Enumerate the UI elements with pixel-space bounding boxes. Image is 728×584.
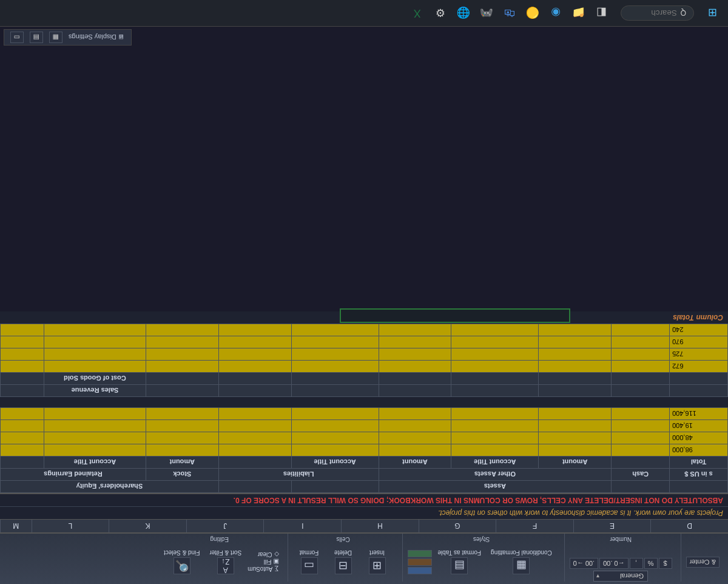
stock-hdr: Stock [146,469,218,481]
cell-val[interactable]: 48,000 [670,432,728,444]
conditional-formatting-button[interactable]: ▦ Conditional Formatting [487,549,556,576]
acct-title-hdr-3: Account Title [44,457,146,469]
taskbar-app-excel[interactable]: X [407,3,428,24]
number-label: Number [570,535,672,543]
table-row[interactable]: 725 [1,348,728,361]
taskbar-app-chrome[interactable]: 🟡 [522,3,543,24]
insert-label: Insert [369,550,385,557]
table-row[interactable]: 116,400 [1,408,728,420]
table-row[interactable]: 19,400 [1,420,728,432]
alignment-group-partial: & Center [681,534,724,582]
table-icon: ▤ [451,558,468,575]
table-row[interactable]: 240 [1,324,728,336]
col-l[interactable]: L [32,520,109,532]
equity-hdr: Shareholders' Equity [1,481,219,493]
format-button[interactable]: ▭ Format [293,549,326,576]
col-e[interactable]: E [573,520,651,532]
cell-val[interactable]: 672 [670,361,728,373]
table-row[interactable]: 970 [1,336,728,348]
cogs-hdr: Cost of Goods Sold [44,373,146,385]
merge-center-button[interactable]: & Center [686,557,720,568]
sort-icon: AZ↓ [217,558,234,575]
fill-button[interactable]: ▣Fill [248,559,278,566]
col-j[interactable]: J [186,520,264,532]
cell-val[interactable]: 970 [670,336,728,348]
windows-taskbar[interactable]: ⊞ Q ◧ 📁 ◉ 🟡 🛍 🎮 🌐 ⚙ X [0,0,728,27]
other-assets-hdr: Other Assets [379,469,612,481]
col-g[interactable]: G [419,520,496,532]
taskbar-app-store[interactable]: 🛍 [499,3,520,24]
insert-icon: ⊞ [369,558,386,575]
acct-title-hdr-1: Account Title [451,457,539,469]
percent-button[interactable]: % [644,558,658,569]
table-row[interactable]: 672 [1,361,728,373]
delete-button[interactable]: ⊟ Delete [327,549,360,576]
taskbar-search[interactable]: Q [621,5,694,21]
active-cell-selection[interactable] [340,308,570,323]
editing-group: ∑AutoSum ▣Fill ◇Clear AZ↓ Sort & Filter … [155,534,284,582]
cell-style-2[interactable] [408,559,432,566]
table-row: Cost of Goods Sold [1,373,728,385]
delete-label: Delete [334,550,352,557]
cell-style-1[interactable] [408,567,432,574]
view-break-button[interactable]: ▭ [10,32,24,43]
clear-label: Clear [258,552,272,559]
accounting-table[interactable]: Assets Shareholders' Equity s in US $ Ca… [0,324,728,493]
col-f[interactable]: F [496,520,573,532]
autosum-button[interactable]: ∑AutoSum [248,566,278,573]
view-page-button[interactable]: ▤ [30,32,43,43]
table-row: s in US $ Cash Other Assets Liabilities … [1,469,728,481]
taskbar-app-1[interactable]: 🎮 [476,3,497,24]
search-input[interactable] [629,8,677,18]
task-view-button[interactable]: ◧ [592,3,612,24]
col-h[interactable]: H [341,520,419,532]
delete-icon: ⊟ [335,558,352,575]
start-button[interactable]: ⊞ [703,3,723,24]
fill-label: Fill [264,559,272,566]
taskbar-app-explorer[interactable]: 📁 [568,3,589,24]
format-as-table-button[interactable]: ▤ Format as Table [434,549,485,576]
find-select-button[interactable]: 🔍 Find & Select [160,549,203,576]
col-d[interactable]: D [650,520,728,532]
comma-button[interactable]: , [630,558,643,569]
sales-rev-hdr: Sales Revenue [44,385,146,397]
number-format-dropdown[interactable]: General [593,571,648,582]
cell-val[interactable]: 725 [670,348,728,361]
insert-button[interactable]: ⊞ Insert [361,549,394,576]
currency-button[interactable]: $ [659,558,672,569]
styles-label: Styles [408,535,556,543]
cells-label: Cells [293,535,394,543]
increase-decimal-button[interactable]: ←0 .00 [599,558,628,569]
sort-label: Sort & Filter [209,550,241,557]
liabilities-hdr: Liabilities [218,469,379,481]
find-label: Find & Select [164,550,200,557]
taskbar-app-settings[interactable]: ⚙ [430,3,451,24]
table-row[interactable]: 48,000 [1,432,728,444]
fmt-table-label: Format as Table [438,550,482,557]
decrease-decimal-button[interactable]: .00 →0 [570,558,598,569]
cell-val[interactable]: 19,400 [670,420,728,432]
table-row: Assets Shareholders' Equity [1,481,728,493]
display-settings-button[interactable]: 🖥 Display Settings [69,34,125,41]
cell-style-3[interactable] [408,550,432,557]
cond-fmt-label: Conditional Formatting [491,550,552,557]
cell-val[interactable]: 116,400 [670,408,728,420]
col-m[interactable]: M [0,520,32,532]
autosum-label: AutoSum [248,566,272,573]
taskbar-app-2[interactable]: 🌐 [453,3,474,24]
cell-val[interactable]: 98,000 [670,444,728,457]
number-group: General $ % , ←0 .00 .00 →0 Number [564,534,677,582]
taskbar-app-edge[interactable]: ◉ [545,3,566,24]
table-row[interactable] [1,397,728,408]
display-icon: 🖥 [118,34,125,41]
styles-group: ▦ Conditional Formatting ▤ Format as Tab… [402,534,561,582]
worksheet[interactable]: Projects are your own work. It is academ… [0,311,728,519]
view-normal-button[interactable]: ▦ [49,32,62,43]
cell-val[interactable]: 240 [670,324,728,336]
table-row[interactable]: 98,000 [1,444,728,457]
sort-filter-button[interactable]: AZ↓ Sort & Filter [206,549,245,576]
col-k[interactable]: K [109,520,186,532]
col-i[interactable]: I [263,520,341,532]
search-icon: Q [681,9,686,18]
clear-button[interactable]: ◇Clear [248,552,278,559]
